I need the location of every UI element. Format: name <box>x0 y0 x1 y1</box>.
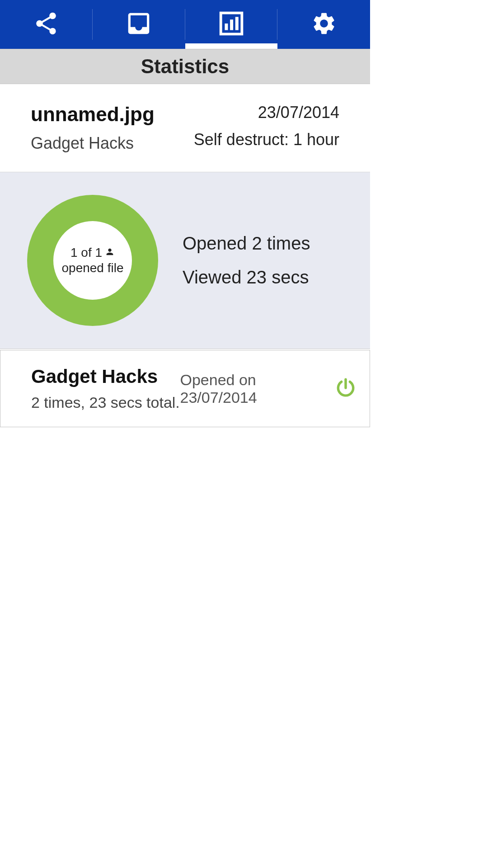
share-icon <box>33 10 59 38</box>
file-card-right: 23/07/2014 Self destruct: 1 hour <box>185 103 340 153</box>
file-card[interactable]: unnamed.jpg Gadget Hacks 23/07/2014 Self… <box>0 84 370 172</box>
bar-chart-icon <box>216 8 247 41</box>
viewer-row-mid: Opened on 23/07/2014 <box>180 371 329 406</box>
stats-viewed-duration: Viewed 23 secs <box>183 267 357 288</box>
viewer-opened-on: Opened on 23/07/2014 <box>180 371 329 406</box>
gear-icon <box>311 10 337 38</box>
stats-summary: Opened 2 times Viewed 23 secs <box>183 233 357 288</box>
viewer-summary: 2 times, 23 secs total. <box>31 394 180 411</box>
file-name: unnamed.jpg <box>31 103 185 126</box>
tab-statistics[interactable] <box>185 0 278 49</box>
viewer-name: Gadget Hacks <box>31 366 180 387</box>
svg-rect-2 <box>235 17 239 30</box>
open-rate-donut-chart: 1 of 1 opened file <box>27 195 158 326</box>
power-button[interactable] <box>334 377 361 401</box>
svg-rect-1 <box>230 19 233 30</box>
page-title: Statistics <box>141 55 230 78</box>
file-date: 23/07/2014 <box>185 103 340 122</box>
power-icon <box>334 393 357 401</box>
top-nav <box>0 0 370 49</box>
inbox-icon <box>125 9 153 39</box>
tab-share[interactable] <box>0 0 93 49</box>
viewer-row-left: Gadget Hacks 2 times, 23 secs total. <box>31 366 180 411</box>
tab-inbox[interactable] <box>93 0 185 49</box>
stats-opened-count: Opened 2 times <box>183 233 357 254</box>
person-icon <box>105 245 115 260</box>
svg-rect-0 <box>225 24 228 30</box>
donut-count-text: 1 of 1 <box>70 245 102 260</box>
file-sender: Gadget Hacks <box>31 134 185 153</box>
stats-panel: 1 of 1 opened file Opened 2 times Viewed… <box>0 172 370 349</box>
page-header: Statistics <box>0 49 370 84</box>
donut-label-line2: opened file <box>61 261 123 275</box>
file-card-left: unnamed.jpg Gadget Hacks <box>31 103 185 153</box>
donut-label-line1: 1 of 1 <box>70 245 115 260</box>
file-self-destruct: Self destruct: 1 hour <box>185 130 340 149</box>
tab-settings[interactable] <box>277 0 370 49</box>
viewer-row[interactable]: Gadget Hacks 2 times, 23 secs total. Ope… <box>0 350 370 427</box>
